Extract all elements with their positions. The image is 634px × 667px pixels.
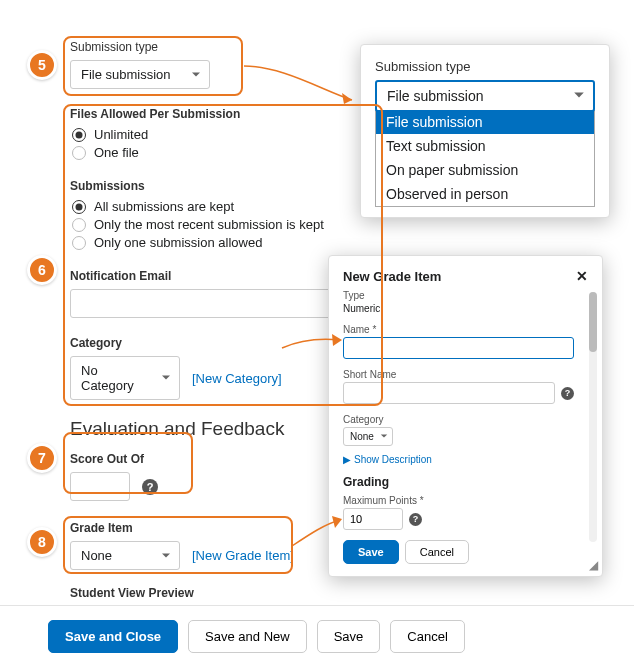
radio-label: One file bbox=[94, 145, 139, 160]
option-on-paper[interactable]: On paper submission bbox=[376, 158, 594, 182]
new-category-link[interactable]: [New Category] bbox=[192, 371, 282, 386]
modal-type-label: Type bbox=[343, 290, 574, 301]
notification-email-input[interactable] bbox=[70, 289, 350, 318]
radio-label: All submissions are kept bbox=[94, 199, 234, 214]
modal-save-button[interactable]: Save bbox=[343, 540, 399, 564]
save-and-new-button[interactable]: Save and New bbox=[188, 620, 307, 653]
popout-select[interactable]: File submission bbox=[375, 80, 595, 112]
modal-scrollbar[interactable] bbox=[589, 292, 597, 542]
chevron-down-icon bbox=[161, 548, 171, 563]
option-observed[interactable]: Observed in person bbox=[376, 182, 594, 206]
step-badge-6: 6 bbox=[27, 255, 57, 285]
triangle-right-icon: ▶ bbox=[343, 454, 351, 465]
grade-item-value: None bbox=[81, 548, 112, 563]
grading-heading: Grading bbox=[343, 475, 574, 489]
score-input[interactable] bbox=[70, 472, 130, 501]
radio-label: Only the most recent submission is kept bbox=[94, 217, 324, 232]
grade-item-select[interactable]: None bbox=[70, 541, 180, 570]
submissions-group: All submissions are kept Only the most r… bbox=[72, 199, 400, 250]
radio-unlimited[interactable]: Unlimited bbox=[72, 127, 400, 142]
radio-icon bbox=[72, 128, 86, 142]
submissions-label: Submissions bbox=[70, 179, 400, 193]
files-allowed-group: Unlimited One file bbox=[72, 127, 400, 160]
modal-cancel-button[interactable]: Cancel bbox=[405, 540, 469, 564]
footer-bar: Save and Close Save and New Save Cancel bbox=[0, 605, 634, 667]
radio-icon bbox=[72, 236, 86, 250]
show-description-toggle[interactable]: ▶ Show Description bbox=[343, 454, 574, 465]
chevron-down-icon bbox=[191, 67, 201, 82]
radio-icon bbox=[72, 146, 86, 160]
popout-label: Submission type bbox=[375, 59, 595, 74]
save-button[interactable]: Save bbox=[317, 620, 381, 653]
radio-label: Only one submission allowed bbox=[94, 235, 262, 250]
radio-one-allowed[interactable]: Only one submission allowed bbox=[72, 235, 400, 250]
max-points-label: Maximum Points * bbox=[343, 495, 574, 506]
option-text-submission[interactable]: Text submission bbox=[376, 134, 594, 158]
modal-short-input[interactable] bbox=[343, 382, 555, 404]
save-and-close-button[interactable]: Save and Close bbox=[48, 620, 178, 653]
chevron-down-icon bbox=[380, 431, 388, 442]
modal-name-input[interactable] bbox=[343, 337, 574, 359]
close-icon[interactable]: ✕ bbox=[576, 268, 588, 284]
submission-type-select[interactable]: File submission bbox=[70, 60, 210, 89]
submission-type-label: Submission type bbox=[70, 40, 400, 54]
submission-type-value: File submission bbox=[81, 67, 171, 82]
category-select[interactable]: No Category bbox=[70, 356, 180, 400]
step-badge-5: 5 bbox=[27, 50, 57, 80]
modal-cat-select[interactable]: None bbox=[343, 427, 393, 446]
modal-cat-value: None bbox=[350, 431, 374, 442]
new-grade-item-modal: New Grade Item ✕ Type Numeric Name * Sho… bbox=[328, 255, 603, 577]
modal-short-label: Short Name bbox=[343, 369, 574, 380]
modal-type-value: Numeric bbox=[343, 303, 574, 314]
help-icon[interactable]: ? bbox=[409, 513, 422, 526]
show-desc-label: Show Description bbox=[354, 454, 432, 465]
modal-cat-label: Category bbox=[343, 414, 574, 425]
student-view-label: Student View Preview bbox=[70, 586, 400, 600]
submission-type-popout: Submission type File submission File sub… bbox=[360, 44, 610, 218]
max-points-input[interactable] bbox=[343, 508, 403, 530]
popout-options: File submission Text submission On paper… bbox=[375, 110, 595, 207]
submission-type-section: Submission type File submission bbox=[70, 40, 400, 89]
radio-recent-kept[interactable]: Only the most recent submission is kept bbox=[72, 217, 400, 232]
radio-icon bbox=[72, 218, 86, 232]
new-grade-item-link[interactable]: [New Grade Item] bbox=[192, 548, 294, 563]
cancel-button[interactable]: Cancel bbox=[390, 620, 464, 653]
popout-selected-value: File submission bbox=[387, 88, 483, 104]
help-icon[interactable]: ? bbox=[561, 387, 574, 400]
option-file-submission[interactable]: File submission bbox=[376, 110, 594, 134]
scrollbar-thumb[interactable] bbox=[589, 292, 597, 352]
radio-one-file[interactable]: One file bbox=[72, 145, 400, 160]
modal-name-label: Name * bbox=[343, 324, 574, 335]
resize-handle-icon[interactable]: ◢ bbox=[589, 558, 598, 572]
modal-title: New Grade Item bbox=[343, 269, 441, 284]
category-value: No Category bbox=[81, 363, 134, 393]
files-allowed-label: Files Allowed Per Submission bbox=[70, 107, 400, 121]
step-badge-7: 7 bbox=[27, 443, 57, 473]
help-icon[interactable]: ? bbox=[142, 479, 158, 495]
radio-icon bbox=[72, 200, 86, 214]
step-badge-8: 8 bbox=[27, 527, 57, 557]
chevron-down-icon bbox=[161, 371, 171, 386]
radio-all-kept[interactable]: All submissions are kept bbox=[72, 199, 400, 214]
radio-label: Unlimited bbox=[94, 127, 148, 142]
chevron-down-icon bbox=[573, 88, 585, 104]
